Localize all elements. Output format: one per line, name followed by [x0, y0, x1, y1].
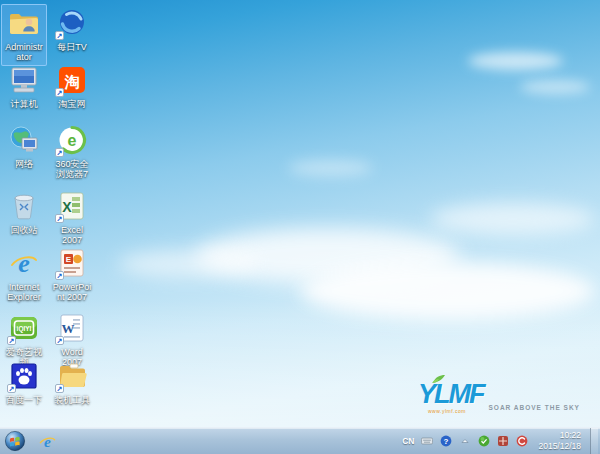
desktop-icon-browser-360[interactable]: e ↗ 360安全浏览器7 [49, 121, 95, 183]
help-tray-icon[interactable]: ? [439, 435, 452, 448]
cloud [468, 52, 563, 70]
icon-art: E ↗ [56, 247, 88, 279]
shortcut-arrow-icon: ↗ [55, 214, 64, 223]
cloud [520, 80, 590, 94]
desktop-icon-label: Administrator [3, 42, 45, 63]
shortcut-arrow-icon: ↗ [55, 31, 64, 40]
keyboard-icon[interactable] [420, 435, 433, 448]
desktop[interactable]: ↗ Administrator ↗ 每日TV ↗ 计算机 淘 ↗ 淘宝网 ↗ 网… [0, 0, 600, 454]
desktop-icon-label: Excel 2007 [51, 225, 93, 246]
watermark-logo: YLMF [418, 381, 484, 408]
desktop-icon-daily-tv[interactable]: ↗ 每日TV [49, 4, 95, 55]
svg-text:X: X [62, 199, 72, 215]
desktop-icon-label: 百度一下 [3, 395, 45, 405]
clock-time: 10:22 [560, 430, 581, 441]
desktop-icon-label: PowerPoint 2007 [51, 282, 93, 303]
desktop-icon-label: 网络 [3, 159, 45, 169]
desktop-icon-baidu[interactable]: ↗ 百度一下 [1, 357, 47, 408]
start-button[interactable] [0, 428, 30, 454]
desktop-icon-label: 360安全浏览器7 [51, 159, 93, 180]
leaf-icon [432, 374, 446, 384]
svg-text:e: e [68, 132, 77, 149]
desktop-icon-label: 计算机 [3, 99, 45, 109]
show-hidden-icons-arrow[interactable] [458, 435, 471, 448]
icon-art: ↗ [8, 190, 40, 222]
cloud [430, 203, 595, 235]
desktop-icon-ie[interactable]: e ↗ Internet Explorer [1, 244, 47, 306]
desktop-icon-taobao[interactable]: 淘 ↗ 淘宝网 [49, 61, 95, 112]
svg-text:e: e [44, 432, 51, 449]
desktop-icon-network[interactable]: ↗ 网络 [1, 121, 47, 172]
desktop-icon-powerpoint[interactable]: E ↗ PowerPoint 2007 [49, 244, 95, 306]
icon-art: e ↗ [56, 124, 88, 156]
tray-app-icon-red[interactable] [515, 435, 528, 448]
desktop-icon-user-folder[interactable]: ↗ Administrator [1, 4, 47, 66]
desktop-icon-excel[interactable]: X ↗ Excel 2007 [49, 187, 95, 249]
show-desktop-button[interactable] [590, 428, 598, 454]
desktop-icon-label: Internet Explorer [3, 282, 45, 303]
cloud [300, 262, 595, 320]
shortcut-arrow-icon: ↗ [55, 336, 64, 345]
desktop-icon-label: 每日TV [51, 42, 93, 52]
icon-art: W ↗ [56, 312, 88, 344]
icon-art: ↗ [8, 7, 40, 39]
shortcut-arrow-icon: ↗ [7, 336, 16, 345]
svg-text:iQIYI: iQIYI [17, 325, 32, 333]
icon-art: X ↗ [56, 190, 88, 222]
watermark-tagline: SOAR ABOVE THE SKY [489, 404, 580, 411]
internet-explorer-icon: e [38, 432, 57, 451]
svg-text:E: E [66, 255, 72, 264]
language-indicator[interactable]: CN [402, 436, 414, 446]
shortcut-arrow-icon: ↗ [55, 384, 64, 393]
desktop-icon-computer[interactable]: ↗ 计算机 [1, 61, 47, 112]
shortcut-arrow-icon: ↗ [55, 271, 64, 280]
desktop-icon-tools-folder[interactable]: ↗ 装机工具 [49, 357, 95, 408]
svg-text:?: ? [444, 437, 449, 446]
ylmf-watermark: YLMF www.ylmf.com SOAR ABOVE THE SKY [418, 381, 593, 414]
icon-art: iQIYI ↗ [8, 312, 40, 344]
icon-art: ↗ [56, 7, 88, 39]
system-tray: CN ? 10:22 2015/12/18 [402, 428, 600, 454]
desktop-icon-label: 装机工具 [51, 395, 93, 405]
desktop-icon-label: 回收站 [3, 225, 45, 235]
icon-art: ↗ [8, 64, 40, 96]
cloud [195, 228, 460, 284]
security-360-tray-icon[interactable] [477, 435, 490, 448]
icon-art: ↗ [56, 360, 88, 392]
icon-art: e ↗ [8, 247, 40, 279]
clock-date: 2015/12/18 [538, 441, 581, 452]
taskbar: e CN ? 10: [0, 427, 600, 454]
svg-text:e: e [18, 249, 30, 278]
icon-art: ↗ [8, 360, 40, 392]
taskbar-ie-button[interactable]: e [30, 428, 64, 454]
desktop-icon-recycle-bin[interactable]: ↗ 回收站 [1, 187, 47, 238]
svg-text:淘: 淘 [64, 73, 80, 90]
windows-orb-icon [4, 430, 26, 452]
shortcut-arrow-icon: ↗ [55, 88, 64, 97]
cloud [288, 160, 373, 176]
tray-app-icon-grid[interactable] [496, 435, 509, 448]
shortcut-arrow-icon: ↗ [55, 148, 64, 157]
icon-art: 淘 ↗ [56, 64, 88, 96]
clock[interactable]: 10:22 2015/12/18 [538, 430, 581, 451]
shortcut-arrow-icon: ↗ [7, 384, 16, 393]
icon-art: ↗ [8, 124, 40, 156]
svg-text:W: W [62, 321, 75, 336]
cloud [118, 250, 258, 278]
desktop-icon-label: 淘宝网 [51, 99, 93, 109]
